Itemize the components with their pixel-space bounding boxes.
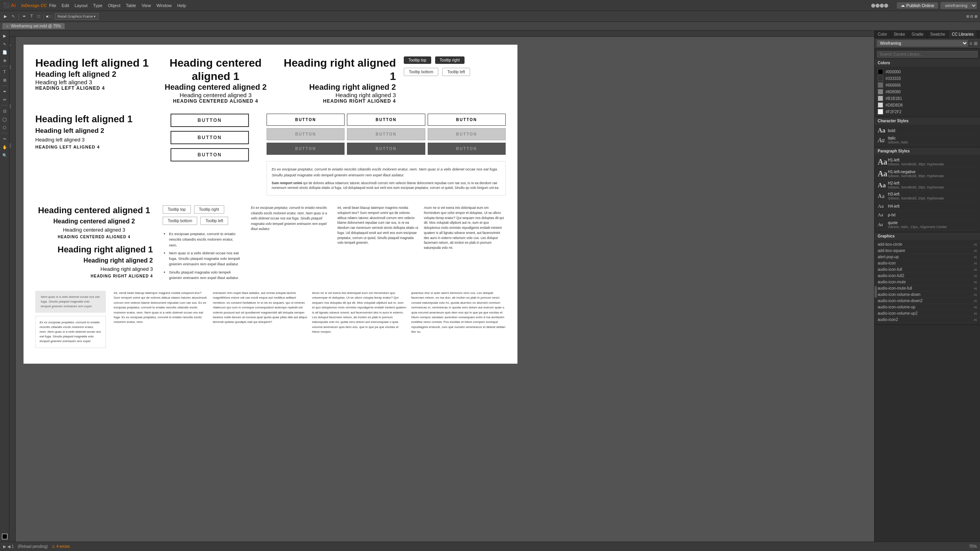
graphic-audio-icon-mute-full[interactable]: audio-icon-mute-full Ai [878,285,977,292]
grid-btn-2[interactable]: BUTTON [347,114,425,126]
mode-selector[interactable]: wireframing [940,2,977,9]
library-grid-icon[interactable]: ⊞ [974,41,978,46]
grid-btn-8[interactable]: BUTTON [347,143,425,155]
para-style-h3-left[interactable]: Aa H3-left Gibson, SemiBold, 20pt, Hyphe… [878,191,977,202]
tooltip-btn-bottom[interactable]: Tooltip bottom [163,217,197,225]
tooltip-btn-left[interactable]: Tooltip left [200,217,228,225]
graphic-audio-icon2[interactable]: audio-icon2 Ai [878,317,977,323]
tool-scissors[interactable]: ✂ [1,135,8,142]
library-selector[interactable]: Wireframing [877,40,968,47]
tool-pen[interactable]: ✒ [1,88,8,95]
tooltip-btn-top[interactable]: Tooltip top [163,205,191,214]
para-style-p-txt[interactable]: Aa p-txt [878,211,977,219]
tab-gradient[interactable]: Gradie [909,31,927,38]
grid-btn-7[interactable]: BUTTON [267,143,345,155]
tool-pencil[interactable]: ✏ [1,96,8,103]
para-style-h2-left[interactable]: Aa H2-left Gibson, SemiBold, 28pt, Hyphe… [878,180,977,191]
graphic-audio-icon-mute[interactable]: audio-icon-mute Ai [878,279,977,285]
panel-resize-handle[interactable] [875,286,877,298]
char-style-bold[interactable]: Aa bold [878,126,977,135]
menu-view[interactable]: View [142,3,151,8]
tooltip-top[interactable]: Tooltip top [404,56,431,64]
menu-type[interactable]: Type [93,3,102,8]
graphics-section-header[interactable]: Graphics [875,232,980,240]
tool-table[interactable]: ⊞ [1,76,8,83]
toolbar-select[interactable]: ▶ [2,13,9,19]
tab-swatches[interactable]: Swatche [927,31,949,38]
para-style-h1-left[interactable]: Aa H1-left Gibson, SemiBold, 38pt, Hyphe… [878,156,977,168]
swatch-b1[interactable] [878,96,883,101]
grid-btn-9[interactable]: BUTTON [428,143,506,155]
char-style-italic[interactable]: Aa italic Gibson, Italic [878,135,977,145]
graphic-audio-icon-full[interactable]: audio-icon-full Ai [878,266,977,273]
menu-edit[interactable]: Edit [62,3,69,8]
graphic-audio-icon-full2[interactable]: audio-icon-full2 Ai [878,273,977,279]
swatch-f2[interactable] [878,109,883,114]
swatch-black[interactable] [878,69,883,74]
tool-hand[interactable]: ✋ [1,143,8,150]
tab-cc-libraries[interactable]: CC Libraries [949,31,977,38]
toolbar-direct[interactable]: ↖ [10,13,16,19]
menu-object[interactable]: Object [108,3,120,8]
tool-polygon[interactable]: ⬡ [1,124,8,131]
menu-table[interactable]: Table [126,3,136,8]
toolbar-text[interactable]: T [29,13,34,19]
button-grid-section: BUTTON BUTTON BUTTON BUTTON BUTTON BUTTO… [267,114,506,196]
menu-layout[interactable]: Layout [74,3,87,8]
tooltip-bottom[interactable]: Tooltip bottom [404,68,438,76]
swatch-333[interactable] [878,76,883,81]
tooltip-right[interactable]: Tooltip right [435,56,465,64]
heading-left-column-2: Heading left aligned 1 Heading left alig… [35,114,161,196]
grid-btn-3[interactable]: BUTTON [428,114,506,126]
tab-stroke[interactable]: Stroke [891,31,909,38]
graphic-add-box-circle[interactable]: add-box-circle Ai [878,241,977,248]
graphic-audio-icon[interactable]: audio-icon Ai [878,260,977,266]
library-menu-icon[interactable]: ≡ [969,41,972,46]
menu-window[interactable]: Window [156,3,172,8]
button-3[interactable]: BUTTON [171,148,249,161]
button-1[interactable]: BUTTON [171,114,249,127]
swatch-808[interactable] [878,89,883,94]
tool-rect-frame[interactable]: ⊡ [1,107,8,114]
tab-color[interactable]: Color [875,31,891,38]
graphic-audio-icon-volume-up2[interactable]: audio-icon-volume-up2 Ai [878,310,977,317]
para-style-h4-left[interactable]: Aa H4-left [878,202,977,211]
tool-ellipse-frame[interactable]: ◯ [1,116,8,123]
fill-color[interactable] [2,534,7,539]
character-styles-header[interactable]: Character Styles [875,117,980,125]
graphic-alert-pop-up[interactable]: alert-pop-up Ai [878,254,977,260]
menu-help[interactable]: Help [177,3,186,8]
graphic-add-box-square[interactable]: add-box-square Ai [878,248,977,254]
h1-center: Heading centered aligned 1 [158,56,273,83]
tool-page[interactable]: 📄 [1,49,8,56]
tool-text[interactable]: T [1,68,8,75]
grid-btn-1[interactable]: BUTTON [267,114,345,126]
button-2[interactable]: BUTTON [171,131,249,144]
graphic-audio-icon-volume-down[interactable]: audio-icon-volume-down Ai [878,292,977,298]
status-errors[interactable]: ⚠ 4 errors [52,544,70,549]
para-style-h1-neg[interactable]: Aa H1-left-negative Gibson, SemiBold, 38… [878,168,977,180]
tool-content-collect[interactable]: ⊕ [1,57,8,64]
paragraph-styles-header[interactable]: Paragraph Styles [875,147,980,155]
para-style-quote[interactable]: Aa quote Gibson, Italic, 13px, Alignment… [878,219,977,230]
tool-zoom[interactable]: 🔍 [1,152,8,159]
grid-btn-4[interactable]: BUTTON [267,128,345,140]
menu-file[interactable]: File [49,3,56,8]
colors-section-header[interactable]: Colors [875,59,980,67]
toolbar-pen[interactable]: ✒ [21,13,27,19]
tool-direct-select[interactable]: ↖ [1,40,8,47]
grid-btn-5[interactable]: BUTTON [347,128,425,140]
tooltip-btn-right[interactable]: Tooltip right [194,205,224,214]
swatch-d8[interactable] [878,102,883,108]
publish-online-button[interactable]: ☁ Publish Online [897,2,938,9]
swatch-666[interactable] [878,82,883,88]
tool-select[interactable]: ▶ [1,32,8,39]
toolbar-library-dropdown[interactable]: Retail Graphics Frame ▾ [55,13,99,20]
toolbar-rect[interactable]: □ [36,13,42,19]
graphic-audio-icon-volume-up[interactable]: audio-icon-volume-up Ai [878,304,977,310]
grid-btn-6[interactable]: BUTTON [428,128,506,140]
document-tab[interactable]: × Wireframing set.indd @ 75% [2,23,65,29]
graphic-audio-icon-volume-down2[interactable]: audio-icon-volume-down2 Ai [878,298,977,304]
library-search-input[interactable] [877,51,978,58]
tooltip-left[interactable]: Tooltip left [442,68,470,76]
